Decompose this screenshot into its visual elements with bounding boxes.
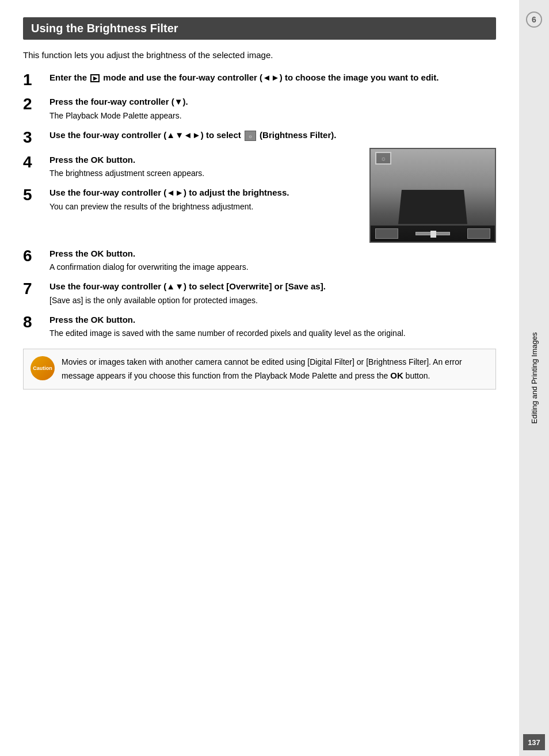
main-content: Using the Brightness Filter This functio… [0,0,519,756]
ok-text-6: OK [91,249,104,258]
page-number: 137 [523,734,545,750]
slider-track [415,232,450,235]
camera-toolbar [371,226,495,242]
step-4-content: Press the OK button. The brightness adju… [49,154,358,180]
preview-inner: ☼ [371,149,495,242]
step-4-desc: The brightness adjustment screen appears… [49,167,358,180]
step-5: 5 Use the four-way controller (◄►) to ad… [23,186,358,213]
step-7-number: 7 [23,280,46,298]
pier-silhouette [398,190,467,224]
ok-text-4: OK [91,155,104,165]
step-1-content: Enter the ▶ mode and use the four-way co… [49,71,496,85]
step-6-number: 6 [23,247,46,265]
intro-text: This function lets you adjust the bright… [23,49,496,62]
brightness-filter-icon: ☼ [245,131,256,141]
step-5-title: Use the four-way controller (◄►) to adju… [49,186,358,200]
camera-preview: ☼ [369,148,496,243]
step-7: 7 Use the four-way controller (▲▼) to se… [23,280,496,307]
caution-box: Caution Movies or images taken with anot… [23,349,496,390]
step-4-number: 4 [23,154,46,171]
ok-text-8: OK [91,315,104,324]
step-1-title: Enter the ▶ mode and use the four-way co… [49,71,496,85]
caution-icon: Caution [30,356,55,380]
step-3-title: Use the four-way controller (▲▼◄►) to se… [49,129,496,142]
step-7-desc: [Save as] is the only available option f… [49,295,496,307]
ok-text-caution: OK [390,371,403,380]
step-8: 8 Press the OK button. The edited image … [23,314,496,340]
camera-mode-icon: ☼ [375,152,391,165]
camera-preview-container: ☼ [369,148,496,243]
step-1: 1 Enter the ▶ mode and use the four-way … [23,71,496,89]
step-5-desc: You can preview the results of the brigh… [49,201,358,213]
step-8-content: Press the OK button. The edited image is… [49,314,496,340]
step-7-content: Use the four-way controller (▲▼) to sele… [49,280,496,307]
step-8-title: Press the OK button. [49,314,496,327]
step-8-desc: The edited image is saved with the same … [49,327,496,339]
step-2-title: Press the four-way controller (▼). [49,96,496,109]
step-2-content: Press the four-way controller (▼). The P… [49,96,496,122]
toolbar-left-btn [375,228,398,239]
step-6: 6 Press the OK button. A confirmation di… [23,247,496,274]
step-2-desc: The Playback Mode Palette appears. [49,110,496,122]
step-2-number: 2 [23,96,46,113]
page-title: Using the Brightness Filter [23,17,496,40]
step-5-content: Use the four-way controller (◄►) to adju… [49,186,358,213]
step-6-desc: A confirmation dialog for overwriting th… [49,261,496,273]
step-4: 4 Press the OK button. The brightness ad… [23,154,358,180]
step-4-title: Press the OK button. [49,154,358,167]
slider-thumb [430,231,436,238]
brightness-slider [415,232,450,235]
step-1-number: 1 [23,71,46,89]
step-3-content: Use the four-way controller (▲▼◄►) to se… [49,129,496,142]
steps-with-image: 4 Press the OK button. The brightness ad… [23,154,496,243]
right-sidebar: 6 Editing and Printing Images 137 [519,0,549,756]
steps-left: 4 Press the OK button. The brightness ad… [23,154,358,220]
caution-icon-label: Caution [33,365,52,372]
step-3-number: 3 [23,129,46,147]
playback-icon: ▶ [90,74,100,82]
step-6-content: Press the OK button. A confirmation dial… [49,247,496,274]
step-5-number: 5 [23,186,46,204]
step-2: 2 Press the four-way controller (▼). The… [23,96,496,122]
chapter-label: Editing and Printing Images [530,333,539,424]
step-3: 3 Use the four-way controller (▲▼◄►) to … [23,129,496,147]
step-8-number: 8 [23,314,46,331]
caution-text: Movies or images taken with another came… [62,356,489,382]
chapter-number: 6 [526,12,542,28]
step-6-title: Press the OK button. [49,247,496,261]
step-7-title: Use the four-way controller (▲▼) to sele… [49,280,496,293]
toolbar-right-btn [467,228,490,239]
